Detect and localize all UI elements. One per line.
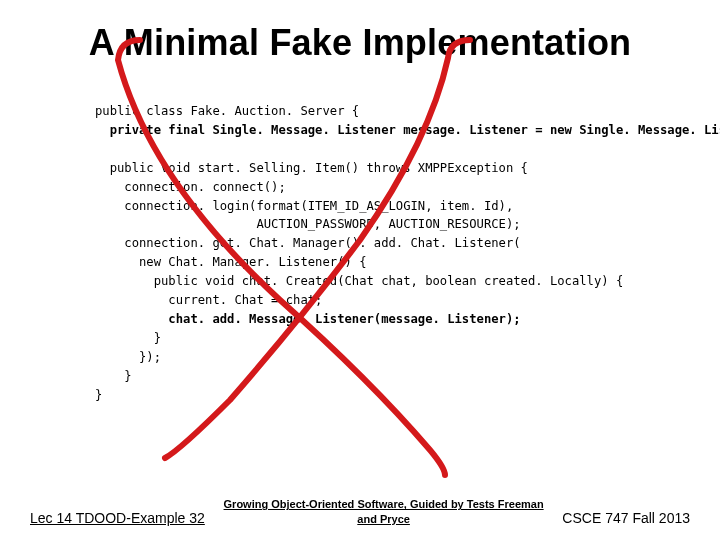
code-line: }	[95, 388, 102, 402]
footer-center: Growing Object-Oriented Software, Guided…	[205, 497, 563, 526]
code-line: }	[95, 369, 132, 383]
footer-right: CSCE 747 Fall 2013	[562, 510, 690, 526]
slide-footer: Lec 14 TDOOD-Example 32 Growing Object-O…	[0, 497, 720, 526]
footer-left: Lec 14 TDOOD-Example 32	[30, 510, 205, 526]
code-line: });	[95, 350, 161, 364]
code-line: chat. add. Message. Listener(message. Li…	[95, 312, 521, 326]
code-line: AUCTION_PASSWORD, AUCTION_RESOURCE);	[95, 217, 521, 231]
code-line: public class Fake. Auction. Server {	[95, 104, 359, 118]
code-line: connection. login(format(ITEM_ID_AS_LOGI…	[95, 199, 513, 213]
code-block: public class Fake. Auction. Server { pri…	[95, 102, 675, 405]
code-line: connection. get. Chat. Manager(). add. C…	[95, 236, 521, 250]
code-line: current. Chat = chat;	[95, 293, 322, 307]
slide: A Minimal Fake Implementation public cla…	[0, 0, 720, 540]
code-line: new Chat. Manager. Listener() {	[95, 255, 367, 269]
code-line: public void start. Selling. Item() throw…	[95, 161, 528, 175]
slide-title: A Minimal Fake Implementation	[0, 22, 720, 64]
code-line: public void chat. Created(Chat chat, boo…	[95, 274, 623, 288]
code-line: connection. connect();	[95, 180, 286, 194]
code-line: }	[95, 331, 161, 345]
code-line: private final Single. Message. Listener …	[95, 123, 720, 137]
